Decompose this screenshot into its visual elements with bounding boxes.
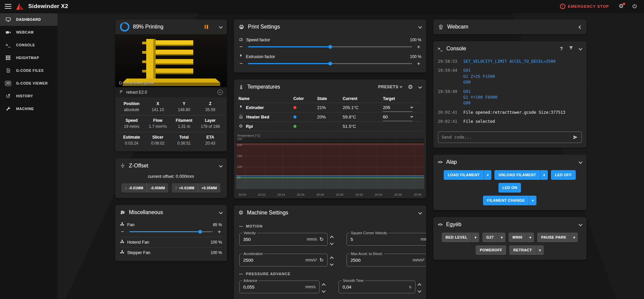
macro-led-off-button[interactable]: LED OFF bbox=[551, 170, 576, 180]
collapse-misc-icon[interactable] bbox=[219, 209, 222, 215]
macro-g27-button[interactable]: G27 ▾ bbox=[482, 233, 506, 242]
z-offset-icon bbox=[120, 163, 125, 168]
sidebar-item-heightmap[interactable]: HEIGHTMAP bbox=[0, 51, 57, 64]
sidebar-item-dashboard[interactable]: DASHBOARD bbox=[0, 13, 57, 26]
collapse-egyeb-icon[interactable] bbox=[579, 221, 582, 228]
extruder-color-dot[interactable] bbox=[293, 106, 296, 109]
collapse-status-icon[interactable] bbox=[219, 24, 222, 30]
speed-decrease-icon[interactable]: − bbox=[239, 44, 244, 50]
sidebar-item-webcam[interactable]: WEBCAM bbox=[0, 26, 57, 39]
section-motion[interactable]: — MOTION bbox=[239, 224, 421, 228]
stat-estimate: Estimate0:03:24 bbox=[119, 135, 145, 146]
macro-retract-button[interactable]: RETRACT ▾ bbox=[509, 245, 544, 255]
sidebar-item-gcode-viewer[interactable]: 3D G-CODE VIEWER bbox=[0, 77, 57, 90]
stat-y: Y148.80 bbox=[171, 101, 197, 112]
macro-led-on-button[interactable]: LED ON bbox=[498, 183, 521, 193]
console-entry[interactable]: 19:59:49 G91 G1 Y+100 F6000 G90 bbox=[438, 89, 582, 106]
sidebar-item-gcode-files[interactable]: G-CODE FILES bbox=[0, 64, 57, 77]
fan-stepper: Stepper Fan 100 % bbox=[120, 248, 222, 258]
fan-increase-icon[interactable]: + bbox=[217, 229, 222, 235]
macro-unload-filament-button[interactable]: UNLOAD FILAMENT ▾ bbox=[494, 170, 548, 180]
console-icon: >_ bbox=[438, 46, 443, 51]
console-entry[interactable]: 19:59:44 G91 G1 Z+25 F1500 G90 bbox=[438, 68, 582, 85]
extruder-target-input[interactable] bbox=[383, 104, 412, 112]
dropdown-caret-icon[interactable]: ▾ bbox=[526, 233, 534, 242]
max-accel-to-decel-input[interactable] bbox=[351, 258, 410, 263]
advance-input[interactable] bbox=[243, 285, 303, 290]
dropdown-caret-icon[interactable]: ▾ bbox=[472, 233, 479, 242]
console-entry[interactable]: 19:58:53 SET_VELOCITY_LIMIT ACCEL_TO_DEC… bbox=[438, 59, 582, 64]
smooth-time-input[interactable] bbox=[343, 285, 406, 290]
reset-icon[interactable]: ↻ bbox=[319, 236, 324, 242]
extrusion-decrease-icon[interactable]: − bbox=[239, 61, 244, 66]
decrement-icon[interactable] bbox=[330, 240, 333, 246]
app-logo-icon[interactable] bbox=[15, 2, 24, 10]
dropdown-caret-icon[interactable]: ▾ bbox=[498, 233, 506, 242]
speed-factor-slider[interactable] bbox=[248, 44, 412, 50]
z-offset-up-001-button[interactable]: ↑ +0.01MM bbox=[172, 183, 198, 193]
emergency-stop-button[interactable]: ! EMERGENCY STOP bbox=[560, 4, 609, 9]
z-offset-up-005-button[interactable]: +0.05MM bbox=[198, 183, 220, 193]
reset-icon[interactable]: ↻ bbox=[319, 257, 324, 263]
dropdown-caret-icon[interactable]: ▾ bbox=[529, 196, 536, 205]
temperature-chart[interactable]: Temperature [°C] 220 200 150 100 50 bbox=[236, 134, 424, 196]
presets-dropdown[interactable]: PRESETS bbox=[378, 85, 402, 89]
collapse-machine-settings-icon[interactable] bbox=[419, 210, 421, 216]
dropdown-caret-icon[interactable]: ▾ bbox=[536, 245, 544, 255]
help-icon[interactable]: ? bbox=[560, 46, 563, 51]
extrusion-increase-icon[interactable]: + bbox=[416, 61, 421, 66]
dropdown-caret-icon[interactable]: ▾ bbox=[540, 170, 548, 180]
increment-icon[interactable] bbox=[330, 234, 333, 240]
z-offset-down-005-button[interactable]: -0.05MM bbox=[147, 183, 168, 193]
dropdown-caret-icon[interactable]: ▾ bbox=[484, 170, 491, 180]
velocity-input[interactable] bbox=[243, 237, 304, 242]
sidebar-item-machine[interactable]: MACHINE bbox=[0, 102, 57, 115]
increment-icon[interactable] bbox=[322, 282, 325, 288]
sidebar-item-history[interactable]: ↺ HISTORY bbox=[0, 90, 57, 102]
collapse-z-offset-icon[interactable] bbox=[219, 163, 222, 169]
heater-bed-color-dot[interactable] bbox=[293, 115, 296, 118]
macro-pause-park-button[interactable]: PAUSE PARK ▾ bbox=[537, 233, 578, 242]
send-icon[interactable] bbox=[573, 135, 578, 140]
macro-bed-level-button[interactable]: BED LEVEL ▾ bbox=[442, 233, 479, 242]
pause-print-icon[interactable] bbox=[205, 25, 208, 29]
temperature-settings-gear-icon[interactable]: ⚙ bbox=[408, 84, 413, 90]
macro-m900-button[interactable]: M900 ▾ bbox=[509, 233, 534, 242]
power-icon[interactable] bbox=[630, 2, 639, 11]
heater-bed-target-input[interactable] bbox=[383, 113, 412, 121]
decrement-icon[interactable] bbox=[418, 288, 421, 294]
dropdown-caret-icon[interactable]: ▾ bbox=[570, 233, 578, 242]
macro-load-filament-button[interactable]: LOAD FILAMENT ▾ bbox=[444, 170, 491, 180]
alap-title: Alap bbox=[446, 159, 457, 165]
speed-increase-icon[interactable]: + bbox=[416, 44, 421, 50]
collapse-alap-icon[interactable] bbox=[579, 159, 582, 165]
collapse-print-settings-icon[interactable] bbox=[419, 24, 421, 30]
macro-filament-change-button[interactable]: FILAMENT CHANGE ▾ bbox=[483, 196, 536, 205]
decrement-icon[interactable] bbox=[330, 261, 333, 267]
collapse-section-icon: — bbox=[239, 272, 243, 276]
collapse-console-icon[interactable] bbox=[579, 46, 582, 52]
rpi-color-dot[interactable] bbox=[293, 125, 296, 128]
settings-gear-icon[interactable]: ⚙ bbox=[616, 2, 626, 11]
macro-poweroff-button[interactable]: POWEROFF bbox=[476, 245, 506, 255]
fan-slider[interactable] bbox=[129, 229, 213, 235]
extrusion-factor-slider[interactable] bbox=[248, 60, 412, 66]
sidebar-item-console[interactable]: >_ CONSOLE bbox=[0, 39, 57, 51]
console-card: >_ Console ? 19:58:53 SET_VELOCITY_LIMIT… bbox=[433, 41, 587, 148]
filter-icon[interactable] bbox=[569, 46, 573, 52]
code-tags-icon: <> bbox=[438, 222, 443, 227]
square-corner-velocity-input[interactable] bbox=[351, 237, 418, 242]
z-offset-down-001-button[interactable]: ↓ -0.01MM bbox=[121, 183, 147, 193]
expand-webcam-icon[interactable] bbox=[579, 24, 582, 30]
increment-icon[interactable] bbox=[330, 255, 333, 261]
menu-icon[interactable] bbox=[5, 4, 11, 9]
increment-icon[interactable] bbox=[418, 282, 421, 288]
console-log: 19:58:53 SET_VELOCITY_LIMIT ACCEL_TO_DEC… bbox=[433, 56, 587, 129]
acceleration-input[interactable] bbox=[243, 258, 303, 263]
decrement-icon[interactable] bbox=[322, 288, 325, 294]
section-pressure-advance[interactable]: — PRESSURE ADVANCE bbox=[239, 272, 421, 276]
send-code-input[interactable] bbox=[442, 135, 570, 140]
fan-decrease-icon[interactable]: − bbox=[120, 229, 125, 235]
exclude-object-close-icon[interactable]: × bbox=[217, 90, 223, 95]
collapse-temperatures-icon[interactable] bbox=[419, 84, 421, 90]
